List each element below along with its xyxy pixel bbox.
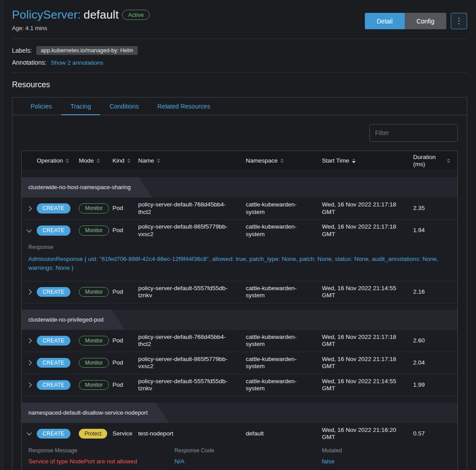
resources-panel: Policies Tracing Conditions Related Reso… [12, 97, 467, 470]
config-button[interactable]: Config [405, 13, 446, 29]
kind-cell: Pod [112, 381, 138, 388]
labels-label: Labels: [12, 47, 32, 54]
mode-badge: Monitor [79, 358, 109, 368]
duration-cell: 2.16 [413, 288, 457, 295]
expand-toggle[interactable] [22, 207, 37, 210]
duration-cell: 2.04 [413, 359, 457, 366]
status-badge: Active [122, 10, 149, 20]
collapse-toggle[interactable] [22, 230, 37, 232]
start-time-cell: Wed, 16 Nov 2022 21:17:18 GMT [322, 356, 413, 370]
operation-badge: CREATE [37, 287, 70, 297]
nav-edge [0, 0, 3, 470]
table-row: CREATE Monitor Pod policy-server-default… [22, 281, 457, 303]
column-header-start-time[interactable]: Start Time [322, 157, 413, 164]
tab-tracing[interactable]: Tracing [61, 97, 100, 115]
sort-icon [447, 159, 450, 163]
name-cell: policy-server-default-768d45bb4-thct2 [138, 201, 246, 215]
namespace-cell: cattle-kubewarden-system [246, 356, 322, 370]
tab-policies[interactable]: Policies [21, 97, 61, 115]
group-name: clusterwide-no-privileged-pod [22, 310, 125, 330]
row-detail-response-fields: Response Message Service of type NodePor… [22, 445, 457, 470]
expand-toggle[interactable] [22, 290, 37, 294]
name-cell: test-nodeport [138, 430, 246, 437]
name-cell: policy-server-default-5557fd55db-tznkv [138, 378, 246, 392]
namespace-cell: cattle-kubewarden-system [246, 201, 322, 215]
column-header-duration[interactable]: Duration (ms) [413, 154, 457, 168]
label-chip: app.kubernetes.io/managed-by: Helm [36, 46, 137, 55]
mode-badge: Monitor [79, 225, 109, 235]
response-value: AdmissionResponse { uid: "61fed706-898f-… [28, 255, 457, 273]
operation-badge: CREATE [37, 380, 70, 390]
resources-title: Resources [12, 80, 467, 89]
kind-cell: Pod [112, 359, 138, 366]
sort-icon [157, 159, 160, 163]
namespace-cell: cattle-kubewarden-system [246, 378, 322, 392]
table-row-expanded: CREATE Monitor Pod policy-server-default… [22, 220, 457, 281]
column-header-kind[interactable]: Kind [112, 157, 138, 164]
chevron-right-icon [27, 360, 31, 365]
name-cell: policy-server-default-865f5779bb-vxsc2 [138, 356, 246, 370]
response-message-label: Response Message [28, 447, 174, 454]
sort-icon [66, 159, 69, 163]
chevron-right-icon [27, 338, 31, 343]
namespace-cell: default [246, 430, 322, 437]
name-cell: policy-server-default-5557fd55db-tznkv [138, 285, 246, 299]
start-time-cell: Wed, 16 Nov 2022 21:17:18 GMT [322, 201, 413, 215]
mode-badge: Monitor [79, 287, 109, 297]
collapse-toggle[interactable] [22, 433, 37, 435]
operation-badge: CREATE [37, 358, 70, 368]
column-header-operation[interactable]: Operation [37, 157, 79, 164]
table-row: CREATE Monitor Pod policy-server-default… [22, 352, 457, 374]
header-actions: Detail Config [365, 13, 467, 29]
start-time-cell: Wed, 16 Nov 2022 21:17:18 GMT [322, 334, 413, 348]
column-header-mode[interactable]: Mode [79, 157, 112, 164]
filter-input[interactable] [369, 124, 458, 142]
column-header-name[interactable]: Name [138, 157, 246, 164]
operation-badge: CREATE [37, 336, 70, 346]
namespace-cell: cattle-kubewarden-system [246, 223, 322, 237]
mode-badge: Monitor [79, 336, 109, 346]
tab-conditions[interactable]: Conditions [100, 97, 148, 115]
group-name: namespaced-default-disallow-service-node… [22, 403, 169, 423]
kind-cell: Pod [112, 337, 138, 344]
response-message-value: Service of type NodePort are not allowed [28, 458, 174, 465]
detail-button[interactable]: Detail [365, 13, 405, 29]
expand-toggle[interactable] [22, 339, 37, 342]
annotations-label: Annotations: [12, 59, 46, 66]
chevron-right-icon [27, 206, 31, 211]
chevron-down-icon [27, 227, 31, 232]
kind-cell: Pod [112, 227, 138, 234]
divider [12, 72, 467, 73]
table-row: CREATE Monitor Pod policy-server-default… [22, 330, 457, 352]
resource-name: default [84, 8, 119, 21]
expand-toggle[interactable] [22, 361, 37, 365]
show-annotations-link[interactable]: Show 2 annotations [51, 59, 104, 66]
expand-toggle[interactable] [22, 383, 37, 387]
kind-cell: Pod [112, 288, 138, 295]
group-header: clusterwide-no-privileged-pod [22, 310, 457, 330]
mode-badge: Monitor [79, 203, 109, 213]
kind-cell: Pod [112, 205, 138, 212]
operation-badge: CREATE [37, 203, 70, 213]
tracing-table: Operation Mode Kind Name [21, 151, 458, 470]
tab-related-resources[interactable]: Related Resources [148, 97, 220, 115]
masthead: PolicyServer:default Active Detail Confi… [12, 8, 467, 31]
mutated-value: false [322, 458, 457, 465]
metadata-section: Labels: app.kubernetes.io/managed-by: He… [12, 39, 467, 72]
duration-cell: 1.94 [413, 227, 457, 234]
start-time-cell: Wed, 16 Nov 2022 21:14:55 GMT [322, 378, 413, 392]
duration-cell: 0.57 [413, 430, 457, 437]
operation-badge: CREATE [37, 225, 70, 235]
group-name: clusterwide-no-host-namespace-sharing [22, 177, 152, 198]
tab-bar: Policies Tracing Conditions Related Reso… [12, 97, 467, 115]
chevron-right-icon [27, 382, 31, 387]
table-header: Operation Mode Kind Name [22, 151, 457, 171]
response-label: Response [28, 244, 457, 250]
page-title: PolicyServer:default [12, 8, 119, 22]
resource-type-label: PolicyServer: [12, 8, 81, 21]
name-cell: policy-server-default-865f5779bb-vxsc2 [138, 223, 246, 237]
table-row-expanded: CREATE Protect Service test-nodeport def… [22, 423, 457, 470]
column-header-namespace[interactable]: Namespace [246, 157, 322, 164]
kebab-menu-button[interactable] [451, 13, 467, 29]
duration-cell: 2.35 [413, 205, 457, 212]
